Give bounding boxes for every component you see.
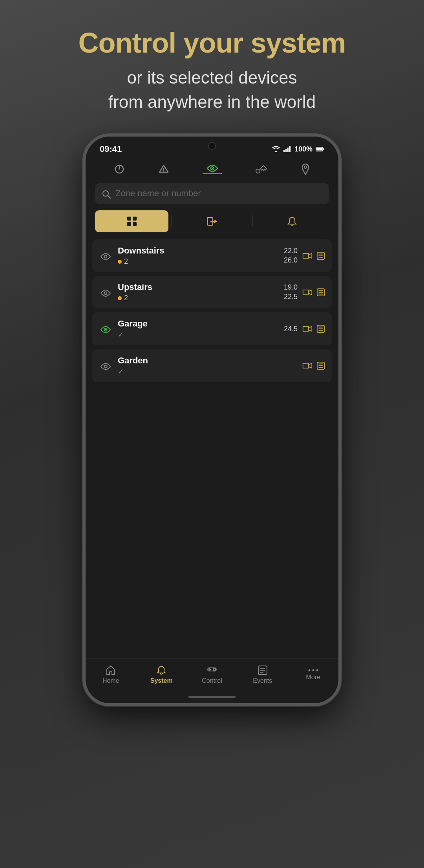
nav-more-label: More (306, 674, 320, 681)
zone-eye-upstairs (99, 287, 112, 298)
nav-pin-icon[interactable] (301, 163, 310, 175)
zone-status-garden: ✓ (118, 367, 297, 376)
nav-system[interactable]: System (146, 665, 177, 684)
zone-info-garden: Garden ✓ (118, 356, 297, 376)
zone-item-garden[interactable]: Garden ✓ (92, 349, 332, 382)
svg-rect-3 (289, 146, 291, 152)
svg-rect-19 (127, 222, 131, 226)
nav-control[interactable]: Control (196, 665, 228, 684)
svg-point-53 (316, 669, 318, 671)
cam-icon-upstairs (302, 288, 313, 296)
zone-item-upstairs[interactable]: Upstairs 2 19.0 22.5 (92, 276, 332, 308)
nav-home[interactable]: Home (95, 665, 126, 684)
more-icon (308, 668, 319, 672)
log-icon-upstairs (316, 288, 325, 297)
header-title: Control your system (78, 27, 345, 58)
nav-events-label: Events (253, 677, 272, 684)
zone-icons-downstairs (302, 252, 325, 260)
svg-point-52 (312, 669, 314, 671)
zone-name-garage: Garage (118, 319, 278, 329)
nav-system-label: System (150, 677, 173, 684)
zone-icons-upstairs (302, 288, 325, 297)
filter-tabs (86, 208, 338, 238)
nav-key-icon[interactable] (256, 165, 267, 173)
svg-point-12 (212, 168, 213, 169)
zone-eye-garage (99, 323, 112, 334)
nav-home-label: Home (102, 677, 119, 684)
zone-temp-downstairs: 22.0 26.0 (284, 246, 298, 265)
camera-cutout (208, 142, 216, 150)
phone-screen: 09:41 100% (86, 137, 338, 703)
zone-icons-garage (302, 325, 325, 333)
svg-rect-20 (133, 222, 137, 226)
home-icon (105, 665, 116, 676)
svg-point-45 (208, 668, 211, 671)
zone-check-garage: ✓ (118, 330, 124, 339)
zone-status-garage: ✓ (118, 330, 278, 339)
wifi-icon (272, 146, 280, 152)
cam-icon-garage (302, 325, 313, 333)
svg-point-46 (213, 668, 216, 671)
zone-info-downstairs: Downstairs 2 (118, 246, 278, 266)
status-time: 09:41 (100, 144, 122, 154)
zone-item-garage[interactable]: Garage ✓ 24.5 (92, 312, 332, 345)
search-bar[interactable]: Zone name or number (95, 183, 329, 204)
zone-meta-upstairs: 19.0 22.5 (284, 283, 325, 301)
zone-status-upstairs: 2 (118, 294, 278, 302)
zone-count-downstairs: 2 (124, 257, 128, 266)
system-icon (156, 665, 167, 676)
svg-line-16 (108, 195, 110, 198)
filter-tab-grid[interactable] (95, 210, 168, 232)
svg-rect-2 (287, 148, 289, 152)
zone-item-downstairs[interactable]: Downstairs 2 22.0 26.0 (92, 239, 332, 272)
nav-power-icon[interactable] (114, 164, 125, 175)
filter-tab-bell[interactable] (256, 210, 329, 232)
svg-rect-1 (285, 149, 287, 152)
zone-meta-downstairs: 22.0 26.0 (284, 246, 325, 265)
filter-tab-exit[interactable] (175, 210, 249, 232)
zone-temp-garage: 24.5 (284, 325, 298, 334)
zone-temp-upstairs: 19.0 22.5 (284, 283, 298, 301)
nav-events[interactable]: Events (247, 665, 278, 684)
content-spacer (86, 451, 338, 658)
svg-point-23 (104, 255, 107, 258)
phone-frame: 09:41 100% (82, 133, 342, 706)
svg-point-13 (256, 169, 260, 173)
svg-rect-6 (316, 148, 322, 151)
zone-meta-garden (302, 361, 325, 370)
home-indicator (188, 696, 236, 698)
nav-alert-icon[interactable] (158, 164, 169, 175)
nav-more[interactable]: More (298, 668, 329, 681)
svg-point-28 (104, 292, 107, 294)
grid-icon (126, 216, 137, 227)
zone-count-upstairs: 2 (124, 294, 128, 302)
search-icon (102, 188, 111, 199)
svg-point-10 (163, 171, 164, 173)
zone-name-garden: Garden (118, 356, 297, 366)
zone-info-garage: Garage ✓ (118, 319, 278, 339)
zone-eye-garden (99, 360, 112, 371)
cam-icon-garden (302, 362, 313, 370)
status-icons: 100% (272, 145, 324, 153)
log-icon-garage (316, 325, 325, 333)
header-section: Control your system or its selected devi… (78, 0, 345, 126)
svg-point-51 (308, 669, 310, 671)
exit-icon (207, 216, 217, 227)
svg-point-14 (304, 166, 307, 168)
search-placeholder: Zone name or number (115, 188, 201, 199)
log-icon-garden (316, 361, 325, 370)
svg-point-39 (104, 365, 107, 368)
zones-list: Downstairs 2 22.0 26.0 (86, 238, 338, 451)
zone-dot-downstairs (118, 260, 122, 264)
search-section: Zone name or number (86, 179, 338, 208)
cam-icon-downstairs (302, 252, 313, 260)
nav-eye-icon[interactable] (203, 164, 222, 174)
filter-divider-2 (252, 215, 252, 227)
zone-eye-downstairs (99, 250, 112, 261)
battery-text: 100% (294, 145, 313, 153)
bell-icon (287, 216, 298, 227)
bottom-nav: Home System Control (86, 658, 338, 693)
header-subtitle: or its selected devices from anywhere in… (78, 66, 345, 114)
svg-rect-0 (283, 150, 285, 152)
status-bar: 09:41 100% (86, 137, 338, 158)
